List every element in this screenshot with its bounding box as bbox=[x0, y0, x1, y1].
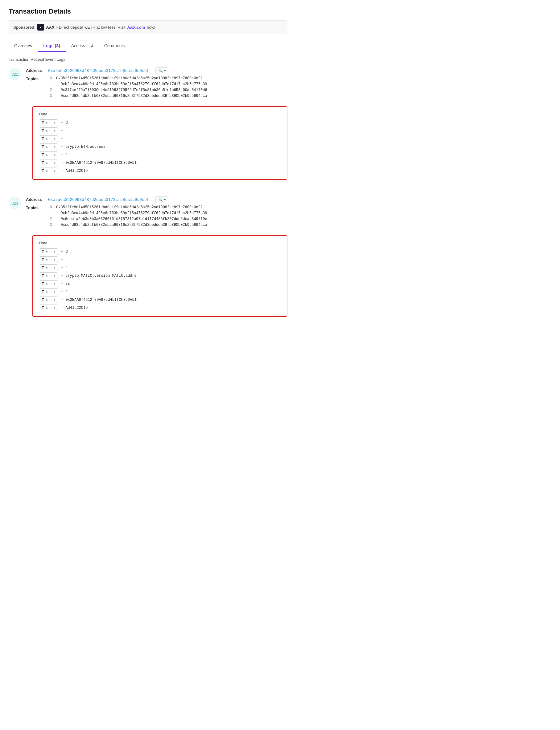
data-rows: Text▾→ @Text▾→Text▾→Text▾→ crypto.ETH.ad… bbox=[39, 119, 281, 174]
search-icon: 🔍 bbox=[158, 197, 163, 202]
topic-index: 2 bbox=[48, 216, 54, 221]
data-row: Text▾→ bbox=[39, 256, 281, 263]
data-row: Text▾→ * bbox=[39, 151, 281, 158]
data-value: → * bbox=[61, 290, 68, 294]
text-btn-label: Text bbox=[42, 298, 48, 302]
topic-row: 1→ 0xb2c3ea44b9e0d14f5c6c783bb59cf15a476… bbox=[48, 211, 207, 215]
text-type-button[interactable]: Text▾ bbox=[39, 256, 58, 263]
chevron-down-icon: ▾ bbox=[164, 69, 166, 72]
data-value: → bbox=[61, 129, 63, 133]
topic-row: 3→ 0xcc4d93c4db2dfb6832ebaa60316c2e3f793… bbox=[48, 222, 207, 227]
tab-access-list[interactable]: Access List bbox=[66, 40, 99, 52]
topic-arrow-icon: → bbox=[56, 94, 60, 98]
topic-row: 00x851ffe8e74d5015261dba0a1f9e1b0e5d42c5… bbox=[48, 205, 207, 209]
text-btn-label: Text bbox=[42, 129, 48, 133]
log-number-badge: 322 bbox=[9, 68, 21, 80]
text-type-button[interactable]: Text▾ bbox=[39, 127, 58, 134]
text-btn-label: Text bbox=[42, 258, 48, 262]
tab-comments[interactable]: Comments bbox=[99, 40, 131, 52]
text-btn-label: Text bbox=[42, 266, 48, 270]
page-title: Transaction Details bbox=[9, 7, 287, 15]
topics-row: Topics00x851ffe8e74d5015261dba0a1f9e1b0e… bbox=[26, 76, 287, 101]
data-value: → * bbox=[61, 153, 68, 157]
text-type-button[interactable]: Text▾ bbox=[39, 288, 58, 295]
chevron-down-icon: ▾ bbox=[164, 198, 166, 201]
text-btn-label: Text bbox=[42, 169, 48, 173]
text-type-button[interactable]: Text▾ bbox=[39, 119, 58, 126]
data-box-322: DataText▾→ @Text▾→Text▾→Text▾→ crypto.ET… bbox=[32, 106, 287, 180]
chevron-down-icon: ▾ bbox=[54, 121, 55, 124]
text-type-button[interactable]: Text▾ bbox=[39, 304, 58, 311]
address-label: Address bbox=[26, 197, 44, 202]
address-row: Address0xa9a6a3626993d487d2dbda3173cf58c… bbox=[26, 196, 287, 203]
chevron-down-icon: ▾ bbox=[54, 274, 55, 277]
topic-index: 3 bbox=[48, 93, 54, 98]
sponsor-description: - Direct deposit wETH at low fees. Visit bbox=[56, 25, 126, 30]
topic-hash: → 0x347aeff9a713930c44e91963f79529d7eff5… bbox=[56, 88, 207, 92]
data-row: Text▾→ 0x3EAA674612f79A97ad451fCF860A51 bbox=[39, 159, 281, 166]
data-row: Text▾→ " bbox=[39, 264, 281, 271]
chevron-down-icon: ▾ bbox=[54, 161, 55, 164]
address-value[interactable]: 0xa9a6a3626993d487d2dbda3173cf58ca1a9d9e… bbox=[48, 197, 149, 202]
chevron-down-icon: ▾ bbox=[54, 258, 55, 261]
chevron-down-icon: ▾ bbox=[54, 266, 55, 269]
text-type-button[interactable]: Text▾ bbox=[39, 143, 58, 150]
topic-hash: 0x851ffe8e74d5015261dba0a1f9e1b0e5d42c5a… bbox=[56, 205, 203, 209]
topic-index: 1 bbox=[48, 211, 54, 215]
logs-container: 322Address0xa9a6a3626993d487d2dbda3173cf… bbox=[9, 67, 287, 317]
topic-row: 2→ 0x347aeff9a713930c44e91963f79529d7eff… bbox=[48, 88, 207, 92]
topic-arrow-icon: → bbox=[56, 217, 60, 221]
data-row: Text▾→ @ bbox=[39, 119, 281, 126]
topic-index: 0 bbox=[48, 76, 54, 80]
topics-label: Topics bbox=[26, 205, 44, 210]
tab-logs[interactable]: Logs (3) bbox=[38, 40, 65, 52]
data-row: Text▾→ bbox=[39, 127, 281, 134]
chevron-down-icon: ▾ bbox=[54, 145, 55, 148]
text-type-button[interactable]: Text▾ bbox=[39, 280, 58, 287]
topics-table: 00x851ffe8e74d5015261dba0a1f9e1b0e5d42c5… bbox=[48, 76, 207, 99]
text-type-button[interactable]: Text▾ bbox=[39, 248, 58, 255]
data-box-323: DataText▾→ @Text▾→Text▾→ "Text▾→ crypto.… bbox=[32, 235, 287, 317]
data-value: → crypto.ETH.address bbox=[61, 145, 105, 149]
log-divider bbox=[9, 190, 287, 190]
topic-row: 3→ 0xcc4d93c4db2dfb6832ebaa60316c2e3f793… bbox=[48, 93, 207, 98]
topic-hash: → 0xcc4d93c4db2dfb6832ebaa60316c2e3f7932… bbox=[56, 94, 207, 98]
data-value: → " bbox=[61, 266, 68, 270]
sponsor-brand: AAX bbox=[46, 25, 54, 30]
topic-index: 2 bbox=[48, 88, 54, 92]
text-type-button[interactable]: Text▾ bbox=[39, 135, 58, 142]
topic-hash: → 0xb2c3ea44b9e0d14f5c6c783bb59cf15a4762… bbox=[56, 211, 207, 215]
text-type-button[interactable]: Text▾ bbox=[39, 272, 58, 279]
text-btn-label: Text bbox=[42, 282, 48, 286]
data-value: → Ad41aC2C19 bbox=[61, 306, 88, 310]
data-value: → bbox=[61, 258, 63, 262]
topic-hash: → 0x6cba1a5eb3d8b3a03260701d3f57312a07b1… bbox=[56, 217, 207, 221]
text-type-button[interactable]: Text▾ bbox=[39, 151, 58, 158]
address-label: Address bbox=[26, 68, 44, 73]
tab-overview[interactable]: Overview bbox=[9, 40, 38, 52]
log-header-322: 322Address0xa9a6a3626993d487d2dbda3173cf… bbox=[9, 67, 287, 103]
search-icon: 🔍 bbox=[158, 68, 163, 73]
chevron-down-icon: ▾ bbox=[54, 298, 55, 301]
data-row: Text▾→ Ad41aC2C19 bbox=[39, 304, 281, 311]
topic-arrow-icon: → bbox=[56, 223, 60, 227]
address-value[interactable]: 0xa9a6a3626993d487d2dbda3173cf58ca1a9d9e… bbox=[48, 68, 149, 73]
data-value: → 0x3EAA674612f79A97ad451fCF860A51 bbox=[61, 298, 137, 302]
topic-row: 1→ 0xb2c3ea44b9e0d14f5c6c783bb59cf15a476… bbox=[48, 82, 207, 86]
text-type-button[interactable]: Text▾ bbox=[39, 296, 58, 303]
address-search-button[interactable]: 🔍▾ bbox=[155, 67, 168, 74]
topic-hash: → 0xcc4d93c4db2dfb6832ebaa60316c2e3f7932… bbox=[56, 223, 207, 227]
data-value: → ss bbox=[61, 282, 70, 286]
address-search-button[interactable]: 🔍▾ bbox=[155, 196, 168, 203]
text-type-button[interactable]: Text▾ bbox=[39, 264, 58, 271]
log-entry-322: 322Address0xa9a6a3626993d487d2dbda3173cf… bbox=[9, 67, 287, 180]
chevron-down-icon: ▾ bbox=[54, 169, 55, 172]
chevron-down-icon: ▾ bbox=[54, 129, 55, 132]
text-type-button[interactable]: Text▾ bbox=[39, 167, 58, 174]
text-type-button[interactable]: Text▾ bbox=[39, 159, 58, 166]
log-content: Address0xa9a6a3626993d487d2dbda3173cf58c… bbox=[26, 196, 287, 232]
sponsored-label: Sponsored: bbox=[13, 25, 35, 30]
topic-arrow-icon: → bbox=[56, 211, 60, 215]
topics-label: Topics bbox=[26, 76, 44, 81]
sponsor-link[interactable]: AAX.com bbox=[127, 25, 145, 30]
